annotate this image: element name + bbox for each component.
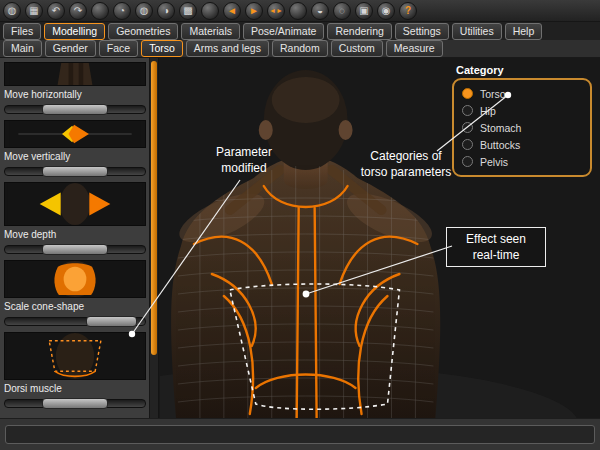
smooth-shade-icon[interactable]	[91, 2, 109, 20]
sub-tab-arms-and-legs[interactable]: Arms and legs	[186, 40, 269, 57]
move-vertically-slider[interactable]	[4, 165, 146, 179]
slider-handle[interactable]	[42, 398, 107, 409]
icon-glyph: ◍	[140, 6, 149, 16]
scale-cone-shape-slider[interactable]	[4, 315, 146, 329]
menu-tab-modelling[interactable]: Modelling	[44, 23, 105, 40]
icon-glyph: ◍	[8, 6, 17, 16]
sphere-mesh-icon[interactable]: ◍	[3, 2, 21, 20]
symmetry-right-icon[interactable]: ►	[245, 2, 263, 20]
grid-plane-icon[interactable]: ▦	[25, 2, 43, 20]
sub-tab-custom[interactable]: Custom	[331, 40, 383, 57]
slider-handle[interactable]	[42, 104, 107, 115]
menu-tab-materials[interactable]: Materials	[181, 23, 240, 40]
content-area: Move horizontally Move vertically	[0, 58, 600, 418]
makehuman-window: ◍ ▦ ↶ ↷ ◔ ◍ ◑ ▩ ◄ ► ◄► ◒ ◌ ▣ ◉ ? Files M…	[0, 0, 600, 450]
icon-glyph: ↶	[52, 6, 60, 16]
category-option-label: Stomach	[480, 122, 521, 134]
move-depth-slider[interactable]	[4, 243, 146, 257]
sub-tab-torso[interactable]: Torso	[141, 40, 183, 57]
scrollbar-thumb[interactable]	[151, 61, 157, 355]
param-label: Move depth	[4, 229, 146, 241]
category-option-label: Pelvis	[480, 156, 508, 168]
param-move-vertically: Move vertically	[4, 151, 146, 226]
annotation-categories: Categories of torso parameters	[348, 148, 464, 180]
category-option-label: Hip	[480, 105, 496, 117]
grab-screen-icon[interactable]: ▣	[355, 2, 373, 20]
icon-glyph: ►	[249, 6, 259, 16]
flat-shade-icon[interactable]: ◔	[113, 2, 131, 20]
parameter-panel-scrollbar[interactable]	[149, 58, 158, 418]
icon-glyph: ▩	[183, 6, 192, 16]
param-label: Dorsi muscle	[4, 383, 146, 395]
move-horizontally-slider[interactable]	[4, 103, 146, 117]
menu-tab-bar: Files Modelling Geometries Materials Pos…	[0, 22, 600, 40]
solid-sphere-icon[interactable]	[201, 2, 219, 20]
icon-glyph: ◉	[382, 6, 391, 16]
category-option-stomach[interactable]: Stomach	[462, 119, 582, 136]
status-bar	[0, 418, 600, 450]
icon-glyph: ◑	[163, 6, 169, 16]
param-dorsi-muscle: Dorsi muscle	[4, 383, 146, 411]
icon-glyph: ◄►	[269, 7, 283, 14]
menu-tab-pose-animate[interactable]: Pose/Animate	[243, 23, 324, 40]
scale-cone-shape-preview-image	[4, 332, 146, 380]
sub-tab-main[interactable]: Main	[3, 40, 42, 57]
category-panel: Category Torso Hip Stomach	[452, 64, 592, 177]
icon-glyph: ◔	[119, 6, 125, 16]
texture-sphere-icon[interactable]: ◑	[157, 2, 175, 20]
param-label: Move horizontally	[4, 89, 146, 101]
category-option-buttocks[interactable]: Buttocks	[462, 136, 582, 153]
slider-handle[interactable]	[42, 166, 107, 177]
menu-tab-files[interactable]: Files	[3, 23, 41, 40]
icon-glyph: ◌	[339, 6, 345, 16]
icon-glyph: ◒	[317, 6, 323, 16]
skin-sphere-icon[interactable]	[289, 2, 307, 20]
icon-glyph: ?	[405, 6, 411, 16]
help-icon[interactable]: ?	[399, 2, 417, 20]
sub-tab-bar: Main Gender Face Torso Arms and legs Ran…	[0, 40, 600, 58]
category-option-pelvis[interactable]: Pelvis	[462, 153, 582, 170]
menu-tab-settings[interactable]: Settings	[395, 23, 449, 40]
menu-tab-help[interactable]: Help	[505, 23, 543, 40]
category-option-torso[interactable]: Torso	[462, 85, 582, 102]
category-box: Torso Hip Stomach Buttocks	[452, 78, 592, 177]
category-option-label: Buttocks	[480, 139, 520, 151]
move-depth-preview-image	[4, 260, 146, 298]
param-move-horizontally: Move horizontally	[4, 89, 146, 148]
sub-tab-random[interactable]: Random	[272, 40, 328, 57]
icon-glyph: ◄	[227, 6, 237, 16]
undo-icon[interactable]: ↶	[47, 2, 65, 20]
status-bar-field	[5, 425, 595, 444]
annotation-effect-realtime: Effect seen real-time	[446, 227, 546, 267]
symmetry-left-icon[interactable]: ◄	[223, 2, 241, 20]
parameter-panel: Move horizontally Move vertically	[0, 58, 159, 418]
pose-sphere-icon[interactable]: ◒	[311, 2, 329, 20]
menu-tab-geometries[interactable]: Geometries	[108, 23, 178, 40]
icon-glyph: ↷	[74, 6, 82, 16]
camera-icon[interactable]: ◉	[377, 2, 395, 20]
dorsi-muscle-slider[interactable]	[4, 397, 146, 411]
radio-selected-icon	[462, 88, 473, 99]
slider-handle[interactable]	[42, 244, 107, 255]
previous-param-preview-image	[4, 62, 146, 86]
category-option-hip[interactable]: Hip	[462, 102, 582, 119]
sub-tab-face[interactable]: Face	[99, 40, 138, 57]
menu-tab-utilities[interactable]: Utilities	[452, 23, 502, 40]
redo-icon[interactable]: ↷	[69, 2, 87, 20]
param-label: Scale cone-shape	[4, 301, 146, 313]
param-scale-cone-shape: Scale cone-shape	[4, 301, 146, 380]
checker-flag-icon[interactable]: ▩	[179, 2, 197, 20]
move-vertically-preview-image	[4, 182, 146, 226]
annotation-parameter-modified: Parameter modified	[196, 144, 292, 176]
menu-tab-rendering[interactable]: Rendering	[327, 23, 391, 40]
ghost-sphere-icon[interactable]: ◌	[333, 2, 351, 20]
sub-tab-measure[interactable]: Measure	[386, 40, 443, 57]
icon-glyph: ▦	[29, 6, 38, 16]
symmetry-mirror-icon[interactable]: ◄►	[267, 2, 285, 20]
radio-icon	[462, 122, 473, 133]
sub-tab-gender[interactable]: Gender	[45, 40, 96, 57]
radio-icon	[462, 105, 473, 116]
slider-handle[interactable]	[86, 316, 137, 327]
param-label: Move vertically	[4, 151, 146, 163]
wireframe-globe-icon[interactable]: ◍	[135, 2, 153, 20]
